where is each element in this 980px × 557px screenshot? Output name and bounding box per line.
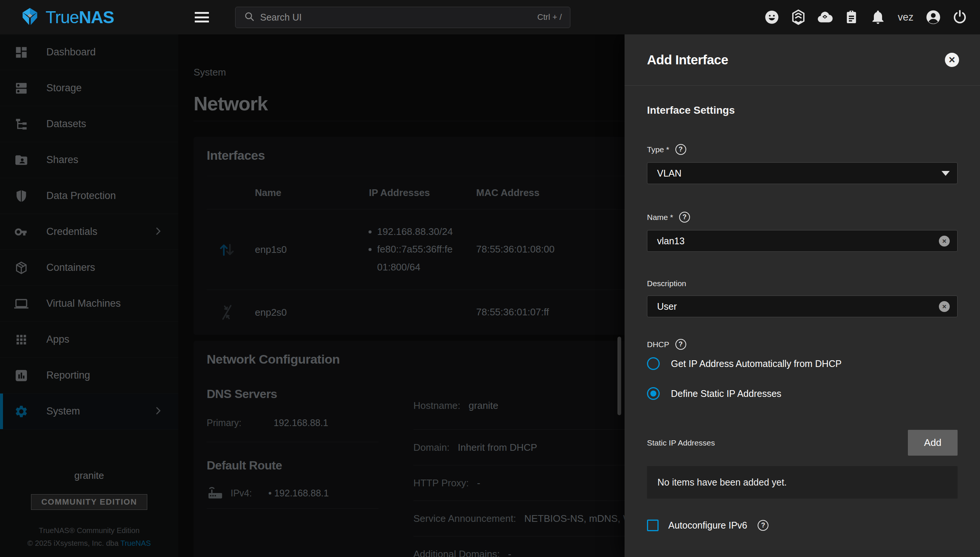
- username-label: vez: [898, 11, 913, 23]
- name-input[interactable]: [657, 236, 939, 246]
- alerts-icon[interactable]: [870, 9, 886, 25]
- jobs-icon[interactable]: [843, 9, 860, 25]
- name-input-wrap: ✕: [647, 230, 957, 252]
- name-label: Name *: [647, 213, 673, 222]
- name-field: Name * ? ✕: [647, 212, 957, 252]
- topbar-actions: vez: [764, 9, 980, 25]
- help-icon[interactable]: ?: [758, 520, 769, 531]
- menu-toggle-button[interactable]: [195, 12, 209, 23]
- dhcp-label-row: DHCP ?: [647, 339, 957, 350]
- radio-unchecked-icon: [647, 357, 660, 370]
- search-input[interactable]: [260, 12, 532, 23]
- description-input[interactable]: [657, 301, 939, 312]
- truenas-logo-icon: [20, 7, 40, 28]
- search-shortcut-hint: Ctrl + /: [537, 12, 562, 22]
- clear-icon[interactable]: ✕: [939, 301, 950, 312]
- static-ip-label: Static IP Addresses: [647, 438, 715, 447]
- power-icon[interactable]: [952, 9, 968, 25]
- description-field: Description ✕: [647, 279, 957, 317]
- empty-list-message: No items have been added yet.: [647, 466, 957, 498]
- description-input-wrap: ✕: [647, 295, 957, 317]
- truecommand-icon[interactable]: [790, 9, 806, 25]
- clear-icon[interactable]: ✕: [939, 236, 950, 246]
- panel-header: Add Interface ✕: [625, 34, 980, 86]
- type-select[interactable]: VLAN: [647, 162, 957, 184]
- feedback-icon[interactable]: [764, 9, 780, 25]
- search-bar[interactable]: Ctrl + /: [235, 7, 570, 28]
- panel-body: Interface Settings Type * ? VLAN Name * …: [625, 104, 980, 531]
- autoconfigure-ipv6-label: Autoconfigure IPv6: [668, 520, 747, 531]
- help-icon[interactable]: ?: [675, 339, 686, 350]
- radio-static-ip[interactable]: Define Static IP Addresses: [647, 387, 957, 400]
- autoconfigure-ipv6-row[interactable]: Autoconfigure IPv6 ?: [647, 520, 957, 531]
- type-selected-value: VLAN: [657, 168, 681, 179]
- type-label: Type *: [647, 145, 669, 154]
- add-interface-panel: Add Interface ✕ Interface Settings Type …: [625, 34, 980, 557]
- checkbox-unchecked-icon: [647, 520, 659, 531]
- radio-dhcp-auto[interactable]: Get IP Address Automatically from DHCP: [647, 357, 957, 370]
- truenas-logo[interactable]: TrueNAS: [0, 7, 178, 28]
- radio-checked-icon: [647, 387, 660, 400]
- close-icon[interactable]: ✕: [945, 53, 959, 67]
- description-label: Description: [647, 279, 686, 288]
- static-ip-row: Static IP Addresses Add: [647, 430, 957, 456]
- top-bar: TrueNAS Ctrl + /: [0, 0, 980, 34]
- truenas-logo-text: TrueNAS: [45, 7, 114, 27]
- main-scrollbar[interactable]: [617, 337, 621, 415]
- modal-overlay[interactable]: [0, 34, 625, 557]
- user-avatar-icon[interactable]: [925, 9, 941, 25]
- search-icon: [244, 11, 255, 24]
- chevron-down-icon: [941, 171, 950, 176]
- add-static-ip-button[interactable]: Add: [908, 430, 957, 456]
- truecloud-icon[interactable]: [817, 9, 833, 25]
- interface-settings-heading: Interface Settings: [647, 104, 957, 116]
- type-field: Type * ? VLAN: [647, 144, 957, 184]
- dhcp-label: DHCP: [647, 340, 669, 349]
- help-icon[interactable]: ?: [679, 212, 690, 223]
- panel-title: Add Interface: [647, 52, 728, 67]
- truenas-app: TrueNAS Ctrl + /: [0, 0, 980, 557]
- help-icon[interactable]: ?: [675, 144, 686, 155]
